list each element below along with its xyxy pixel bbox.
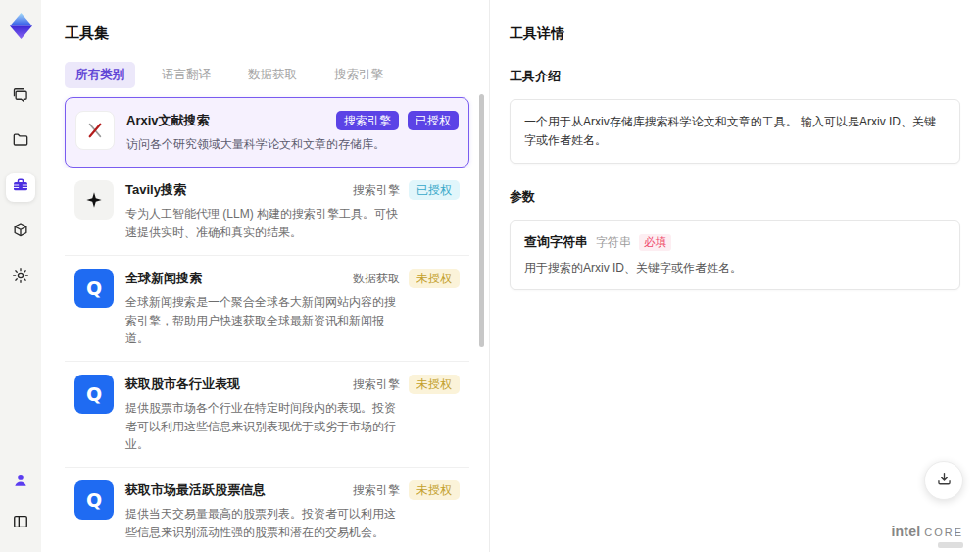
detail-title: 工具详情	[510, 25, 960, 43]
core-brand-text: CORE	[924, 527, 963, 538]
tab-all-categories[interactable]: 所有类别	[65, 62, 135, 88]
stock-search-logo-icon: Q	[74, 480, 114, 520]
sidebar-item-settings[interactable]	[6, 263, 35, 292]
tool-detail-panel: 工具详情 工具介绍 一个用于从Arxiv存储库搜索科学论文和文章的工具。 输入可…	[490, 0, 980, 552]
app-logo-icon	[8, 13, 34, 39]
sidebar-item-chat[interactable]	[6, 82, 35, 112]
toolbox-icon	[11, 176, 30, 199]
tool-name: 获取市场最活跃股票信息	[125, 480, 266, 499]
tab-search-engine[interactable]: 搜索引擎	[323, 62, 394, 88]
stock-search-logo-icon: Q	[74, 375, 114, 414]
tool-category-label: 搜索引擎	[353, 480, 400, 500]
tab-translation[interactable]: 语言翻译	[151, 62, 221, 88]
parameter-type: 字符串	[596, 234, 631, 251]
cube-icon	[11, 221, 30, 244]
tool-category-label: 数据获取	[353, 269, 400, 288]
category-tabs: 所有类别 语言翻译 数据获取 搜索引擎	[65, 62, 489, 88]
tool-name: Tavily搜索	[125, 180, 186, 199]
arxiv-logo-icon	[75, 111, 115, 150]
tool-status-badge: 未授权	[409, 480, 460, 500]
tool-name: Arxiv文献搜索	[126, 111, 210, 129]
tool-list: Arxiv文献搜索 搜索引擎 已授权 访问各个研究领域大量科学论文和文章的存储库…	[65, 97, 489, 552]
page-title: 工具集	[65, 25, 489, 43]
parameter-name: 查询字符串	[524, 233, 588, 251]
user-icon	[11, 471, 30, 494]
sidebar-bottom	[6, 468, 35, 538]
tool-list-panel: 工具集 所有类别 语言翻译 数据获取 搜索引擎 Arxiv文献搜索 搜索引擎 已…	[41, 0, 490, 552]
chat-icon	[11, 85, 30, 109]
tool-intro-box: 一个用于从Arxiv存储库搜索科学论文和文章的工具。 输入可以是Arxiv ID…	[510, 99, 960, 164]
params-heading: 参数	[510, 188, 960, 206]
parameter-box: 查询字符串 字符串 必填 用于搜索的Arxiv ID、关键字或作者姓名。	[510, 220, 960, 290]
sidebar-item-tools[interactable]	[6, 173, 35, 202]
tool-description: 专为人工智能代理 (LLM) 构建的搜索引擎工具。可快速提供实时、准确和真实的结…	[125, 205, 406, 241]
tool-name: 全球新闻搜索	[125, 269, 202, 287]
tool-intro-text: 一个用于从Arxiv存储库搜索科学论文和文章的工具。 输入可以是Arxiv ID…	[524, 113, 946, 150]
tool-card-global-news[interactable]: Q 全球新闻搜索 数据获取 未授权 全球新闻搜索是一个聚合全球各大新闻网站内容的…	[65, 256, 469, 362]
tool-status-badge: 已授权	[408, 111, 459, 130]
sidebar-item-user[interactable]	[6, 468, 35, 497]
sidebar-rail	[0, 0, 41, 552]
tool-card-arxiv[interactable]: Arxiv文献搜索 搜索引擎 已授权 访问各个研究领域大量科学论文和文章的存储库…	[65, 97, 469, 168]
tool-card-active-stocks[interactable]: Q 获取市场最活跃股票信息 搜索引擎 未授权 提供当天交易量最高的股票列表。投资…	[65, 468, 469, 552]
tool-card-tavily[interactable]: Tavily搜索 搜索引擎 已授权 专为人工智能代理 (LLM) 构建的搜索引擎…	[65, 168, 469, 256]
intel-core-logo: intel CORE	[891, 524, 963, 539]
tool-description: 提供当天交易量最高的股票列表。投资者可以利用这些信息来识别流动性强的股票和潜在的…	[125, 505, 406, 541]
tavily-star-icon	[74, 180, 114, 220]
intro-heading: 工具介绍	[510, 68, 960, 85]
sidebar-item-panel-toggle[interactable]	[6, 509, 35, 538]
intel-brand-text: intel	[891, 524, 920, 539]
parameter-description: 用于搜索的Arxiv ID、关键字或作者姓名。	[524, 260, 946, 276]
tool-status-badge: 未授权	[409, 269, 460, 288]
list-scrollbar[interactable]	[479, 94, 484, 347]
news-search-logo-icon: Q	[74, 269, 114, 308]
download-button[interactable]	[924, 461, 963, 500]
download-icon	[935, 470, 954, 492]
q-logo-glyph: Q	[86, 383, 102, 405]
folder-icon	[11, 130, 30, 154]
tool-category-label: 搜索引擎	[353, 180, 400, 200]
tool-description: 全球新闻搜索是一个聚合全球各大新闻网站内容的搜索引擎，帮助用户快速获取全球最新资…	[125, 293, 406, 348]
tool-name: 获取股市各行业表现	[125, 375, 240, 393]
sidebar-nav	[6, 82, 35, 292]
tool-card-sector-performance[interactable]: Q 获取股市各行业表现 搜索引擎 未授权 提供股票市场各个行业在特定时间段内的表…	[65, 362, 469, 468]
tool-description: 提供股票市场各个行业在特定时间段内的表现。投资者可以利用这些信息来识别表现优于或…	[125, 399, 406, 454]
tool-category-label: 搜索引擎	[353, 375, 400, 394]
tool-description: 访问各个研究领域大量科学论文和文章的存储库。	[126, 135, 407, 154]
q-logo-glyph: Q	[86, 277, 102, 299]
required-badge: 必填	[639, 234, 671, 251]
tool-status-badge: 已授权	[409, 180, 460, 200]
q-logo-glyph: Q	[86, 489, 102, 511]
sidebar-item-files[interactable]	[6, 127, 35, 157]
sidebar-item-models[interactable]	[6, 218, 35, 247]
gear-icon	[11, 266, 30, 289]
panel-toggle-icon	[11, 512, 30, 535]
logo-subtext-mark	[938, 542, 963, 548]
tab-data-fetch[interactable]: 数据获取	[237, 62, 308, 88]
tool-category-badge: 搜索引擎	[336, 111, 399, 130]
tool-status-badge: 未授权	[409, 375, 460, 394]
